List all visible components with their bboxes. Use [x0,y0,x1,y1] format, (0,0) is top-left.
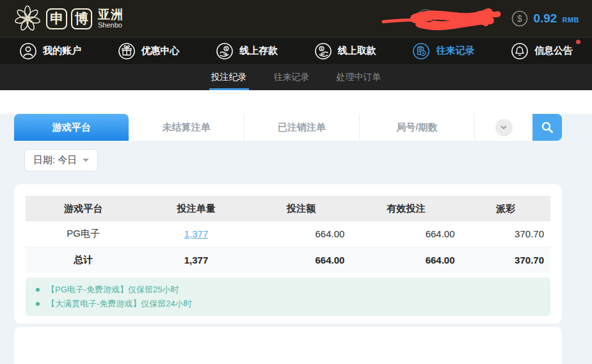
subnav-tab-transaction-records[interactable]: 往来记录 [272,64,312,90]
nav-item-my-account[interactable]: 我的账户 [19,42,81,60]
main-navigation: 我的账户 优惠中心 $ 线上存款 [0,37,592,64]
brand-logo[interactable]: 申 博 亚洲 Shenbo [13,4,124,33]
header-right: $ 0.92 RMB [380,4,579,33]
col-bet-amount: 投注额 [252,196,351,221]
notice-text: 【大满贯电子-免费游戏】仅保留24小时 [47,297,192,311]
col-valid-bet: 有效投注 [351,196,461,221]
subnav-label: 往来记录 [274,72,310,83]
nav-item-transaction-records[interactable]: 往来记录 [412,42,474,60]
filter-tabs: 游戏平台 未结算注单 已注销注单 局号/期数 [14,114,562,141]
nav-item-promotions[interactable]: 优惠中心 [118,42,180,60]
notice-line: 【PG电子-免费游戏】仅保留25小时 [36,283,540,297]
flower-logo-icon [13,4,42,33]
notice-panel: 【PG电子-免费游戏】仅保留25小时 【大满贯电子-免费游戏】仅保留24小时 [26,278,550,316]
total-payout: 370.70 [461,247,550,273]
table-total-row: 总计 1,377 664.00 664.00 370.70 [26,247,550,273]
balance-amount: 0.92 [533,12,557,26]
balance-currency: RMB [562,16,579,24]
bullet-icon [36,288,40,292]
total-bet-count: 1,377 [141,247,251,273]
cell-bet-amount: 664.00 [252,221,351,247]
total-valid-bet: 664.00 [351,247,461,273]
bullet-icon [36,302,40,306]
col-payout: 派彩 [461,196,550,221]
tab-unsettled-bets[interactable]: 未结算注单 [129,114,244,141]
table-header-row: 游戏平台 投注单量 投注额 有效投注 派彩 [26,196,550,221]
logo-latin: Shenbo [98,22,124,29]
results-card: 游戏平台 投注单量 投注额 有效投注 派彩 PG电子 1,377 664.00 … [14,184,562,324]
divider-strip [0,90,592,95]
col-game-platform: 游戏平台 [26,196,141,221]
table-row: PG电子 1,377 664.00 664.00 370.70 [26,221,550,247]
sub-navigation: 投注纪录 往来记录 处理中订单 [0,64,592,90]
notification-badge [576,40,580,44]
tab-cancelled-bets[interactable]: 已注销注单 [244,114,360,141]
subnav-label: 投注纪录 [211,72,247,83]
bell-icon [511,42,529,60]
nav-label: 往来记录 [436,45,474,57]
chevron-down-icon [495,119,513,136]
logo-char-box: 申 [46,8,67,29]
subnav-tab-pending-orders[interactable]: 处理中订单 [335,64,383,90]
tab-label: 局号/期数 [396,122,437,134]
subnav-label: 处理中订单 [337,72,381,83]
nav-item-announcements[interactable]: 信息公告 [511,42,573,60]
gift-icon [118,42,136,60]
logo-char2: 博 [75,10,88,28]
user-icon [19,42,37,60]
redaction-scribble [380,4,501,33]
tab-label: 游戏平台 [52,122,91,134]
total-label: 总计 [26,247,141,273]
total-bet-amount: 664.00 [252,247,351,273]
cell-valid-bet: 664.00 [351,221,461,247]
withdraw-icon: $ [314,42,332,60]
deposit-icon: $ [216,42,234,60]
page: 申 博 亚洲 Shenbo [0,0,592,364]
bet-count-link[interactable]: 1,377 [184,228,209,239]
nav-label: 线上取款 [338,45,376,57]
content-area: 游戏平台 未结算注单 已注销注单 局号/期数 [0,114,592,364]
logo-wordmark: 亚洲 Shenbo [98,8,124,29]
more-tabs-dropdown[interactable] [475,114,532,141]
nav-label: 信息公告 [534,45,573,57]
tab-label: 已注销注单 [278,122,326,134]
col-bet-count: 投注单量 [141,196,251,221]
nav-label: 线上存款 [239,45,278,57]
redacted-username [380,4,501,33]
notice-text: 【PG电子-免费游戏】仅保留25小时 [47,283,179,297]
nav-label: 优惠中心 [141,45,180,57]
dollar-coin-icon: $ [511,10,528,27]
date-filter-label: 日期: 今日 [33,154,77,166]
records-icon [412,42,430,60]
nav-item-withdraw[interactable]: $ 线上取款 [314,42,376,60]
tab-game-platform[interactable]: 游戏平台 [14,114,129,141]
cell-payout: 370.70 [461,221,550,247]
caret-down-icon [83,159,89,162]
cell-platform: PG电子 [26,221,141,247]
logo-region: 亚洲 [98,8,124,20]
search-icon [540,120,554,134]
top-header: 申 博 亚洲 Shenbo [0,0,592,37]
bet-summary-table: 游戏平台 投注单量 投注额 有效投注 派彩 PG电子 1,377 664.00 … [26,196,550,273]
search-button[interactable] [532,114,562,141]
account-balance: $ 0.92 RMB [511,10,579,27]
tab-label: 未结算注单 [162,122,210,134]
subnav-tab-bet-records[interactable]: 投注纪录 [209,64,249,90]
logo-char-box: 博 [71,8,92,29]
date-filter[interactable]: 日期: 今日 [24,149,98,171]
nav-item-deposit[interactable]: $ 线上存款 [216,42,278,60]
lower-panel [14,327,562,364]
svg-text:$: $ [518,13,523,24]
notice-line: 【大满贯电子-免费游戏】仅保留24小时 [36,297,540,311]
tab-round-number[interactable]: 局号/期数 [360,114,475,141]
nav-label: 我的账户 [43,45,81,57]
logo-char1: 申 [50,10,63,28]
